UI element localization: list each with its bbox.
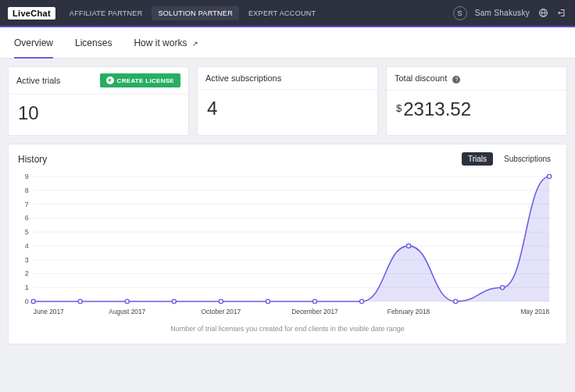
- card-discount-title: Total discount: [395, 73, 447, 83]
- svg-text:June 2017: June 2017: [34, 308, 64, 315]
- help-icon[interactable]: ?: [452, 76, 460, 84]
- svg-text:1: 1: [25, 283, 29, 291]
- create-license-label: CREATE LICENSE: [117, 77, 174, 84]
- top-nav: AFFILIATE PARTNER SOLUTION PARTNER EXPER…: [63, 6, 323, 20]
- user-name: Sam Shakusky: [475, 9, 530, 17]
- svg-text:8: 8: [25, 187, 29, 194]
- external-link-icon: ↗: [192, 40, 198, 48]
- svg-point-31: [406, 244, 410, 248]
- svg-text:4: 4: [25, 242, 29, 250]
- history-title: History: [18, 154, 47, 165]
- discount-amount: 2313.52: [403, 98, 471, 119]
- topnav-expert[interactable]: EXPERT ACCOUNT: [242, 6, 322, 20]
- card-active-subs-value: 4: [198, 90, 377, 130]
- topnav-solution[interactable]: SOLUTION PARTNER: [152, 6, 238, 20]
- top-right: S Sam Shakusky: [453, 6, 567, 20]
- top-bar: LiveChat AFFILIATE PARTNER SOLUTION PART…: [0, 0, 575, 27]
- card-active-trials: Active trials + CREATE LICENSE 10: [8, 66, 189, 136]
- avatar[interactable]: S: [453, 6, 467, 20]
- sub-nav: Overview Licenses How it works ↗: [0, 27, 575, 59]
- brand-logo: LiveChat: [8, 7, 55, 20]
- history-chart: 0123456789June 2017August 2017October 20…: [18, 170, 557, 319]
- svg-text:6: 6: [25, 214, 29, 222]
- svg-point-23: [31, 299, 35, 303]
- svg-text:7: 7: [25, 200, 29, 208]
- card-total-discount: Total discount ? $2313.52: [386, 66, 567, 136]
- svg-text:5: 5: [25, 228, 29, 236]
- topnav-affiliate[interactable]: AFFILIATE PARTNER: [63, 6, 149, 20]
- svg-point-28: [266, 299, 270, 303]
- svg-point-33: [501, 286, 505, 290]
- content: Active trials + CREATE LICENSE 10 Active…: [0, 59, 575, 352]
- globe-icon[interactable]: [538, 8, 548, 19]
- history-panel: History Trials Subscriptions 0123456789J…: [8, 144, 567, 344]
- svg-text:August 2017: August 2017: [109, 308, 145, 315]
- svg-point-34: [548, 174, 552, 178]
- svg-point-26: [172, 299, 176, 303]
- svg-text:3: 3: [25, 256, 29, 264]
- svg-text:0: 0: [25, 298, 29, 305]
- stat-cards: Active trials + CREATE LICENSE 10 Active…: [8, 66, 567, 136]
- svg-text:October 2017: October 2017: [202, 308, 241, 315]
- tab-how-it-works-label: How it works: [134, 37, 187, 48]
- card-active-subscriptions: Active subscriptions 4: [197, 66, 378, 136]
- tab-how-it-works[interactable]: How it works ↗: [134, 28, 198, 58]
- svg-text:2: 2: [25, 269, 29, 277]
- card-active-subs-title: Active subscriptions: [205, 73, 281, 83]
- svg-point-29: [312, 299, 316, 303]
- svg-text:February 2018: February 2018: [388, 308, 430, 315]
- toggle-trials[interactable]: Trials: [462, 152, 493, 166]
- card-active-trials-title: Active trials: [16, 76, 60, 85]
- toggle-subscriptions[interactable]: Subscriptions: [498, 152, 557, 166]
- create-license-button[interactable]: + CREATE LICENSE: [100, 73, 180, 87]
- svg-point-27: [219, 299, 223, 303]
- svg-text:9: 9: [25, 173, 29, 180]
- tab-licenses[interactable]: Licenses: [75, 28, 112, 58]
- card-active-trials-value: 10: [9, 94, 188, 135]
- plus-icon: +: [106, 77, 114, 84]
- svg-point-30: [359, 299, 363, 303]
- chart-caption: Number of trial licenses you created for…: [18, 325, 557, 333]
- svg-point-32: [454, 299, 458, 303]
- card-discount-value: $2313.52: [387, 91, 566, 131]
- svg-point-24: [78, 299, 82, 303]
- history-toggle: Trials Subscriptions: [462, 152, 557, 166]
- brand-logo-text: LiveChat: [12, 9, 51, 18]
- logout-icon[interactable]: [556, 8, 567, 19]
- tab-overview[interactable]: Overview: [14, 28, 53, 58]
- svg-text:December 2017: December 2017: [291, 308, 338, 315]
- svg-point-25: [125, 299, 129, 303]
- currency-symbol: $: [396, 102, 402, 114]
- svg-text:May 2018: May 2018: [520, 308, 549, 315]
